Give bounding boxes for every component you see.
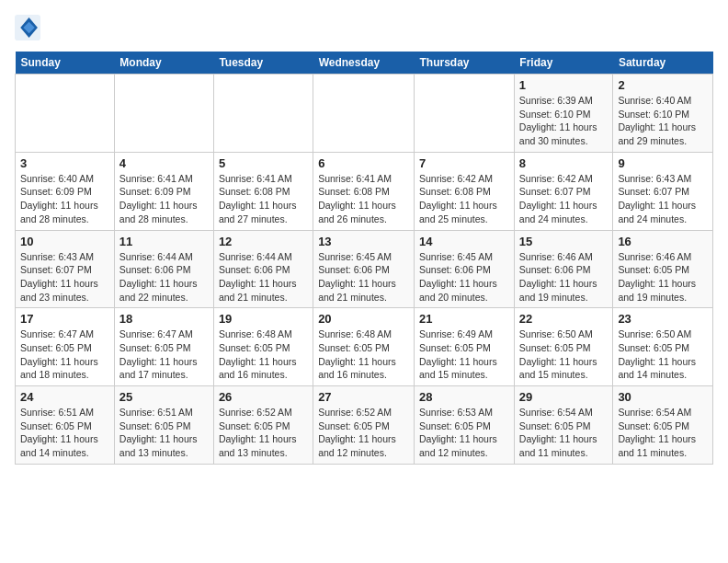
day-number: 3 (20, 156, 109, 170)
day-info: Sunrise: 6:40 AMSunset: 6:09 PMDaylight:… (20, 172, 109, 226)
day-info: Sunrise: 6:39 AMSunset: 6:10 PMDaylight:… (519, 94, 609, 148)
day-number: 12 (219, 235, 308, 248)
calendar-cell: 1Sunrise: 6:39 AMSunset: 6:10 PMDaylight… (514, 75, 613, 153)
calendar-cell: 5Sunrise: 6:41 AMSunset: 6:08 PMDaylight… (213, 152, 313, 230)
calendar-header-row: SundayMondayTuesdayWednesdayThursdayFrid… (16, 52, 713, 75)
day-info: Sunrise: 6:47 AMSunset: 6:05 PMDaylight:… (20, 327, 109, 382)
calendar-cell (415, 75, 515, 153)
calendar-cell: 10Sunrise: 6:43 AMSunset: 6:07 PMDayligh… (16, 230, 115, 308)
day-info: Sunrise: 6:49 AMSunset: 6:05 PMDaylight:… (419, 327, 509, 382)
calendar-cell: 27Sunrise: 6:52 AMSunset: 6:05 PMDayligh… (313, 386, 415, 465)
day-info: Sunrise: 6:52 AMSunset: 6:05 PMDaylight:… (318, 406, 409, 460)
calendar-week-2: 3Sunrise: 6:40 AMSunset: 6:09 PMDaylight… (16, 152, 713, 230)
calendar-cell: 23Sunrise: 6:50 AMSunset: 6:05 PMDayligh… (613, 308, 713, 386)
col-header-tuesday: Tuesday (213, 52, 313, 75)
calendar-week-1: 1Sunrise: 6:39 AMSunset: 6:10 PMDaylight… (16, 75, 713, 153)
day-number: 4 (119, 156, 209, 170)
day-number: 17 (20, 312, 109, 326)
calendar-cell: 22Sunrise: 6:50 AMSunset: 6:05 PMDayligh… (514, 308, 613, 386)
day-number: 21 (419, 312, 509, 326)
page-header (15, 15, 713, 40)
day-info: Sunrise: 6:45 AMSunset: 6:06 PMDaylight:… (318, 250, 409, 304)
col-header-monday: Monday (114, 52, 213, 75)
day-info: Sunrise: 6:53 AMSunset: 6:05 PMDaylight:… (419, 406, 509, 460)
day-number: 18 (119, 312, 209, 326)
day-info: Sunrise: 6:52 AMSunset: 6:05 PMDaylight:… (219, 406, 308, 460)
calendar-cell (114, 75, 213, 153)
calendar-week-3: 10Sunrise: 6:43 AMSunset: 6:07 PMDayligh… (16, 230, 713, 308)
col-header-friday: Friday (514, 52, 613, 75)
day-number: 22 (519, 312, 609, 326)
calendar-cell: 26Sunrise: 6:52 AMSunset: 6:05 PMDayligh… (213, 386, 313, 465)
col-header-thursday: Thursday (415, 52, 515, 75)
calendar-cell: 24Sunrise: 6:51 AMSunset: 6:05 PMDayligh… (16, 386, 115, 465)
day-number: 5 (219, 156, 308, 170)
calendar-cell: 9Sunrise: 6:43 AMSunset: 6:07 PMDaylight… (613, 152, 713, 230)
day-number: 20 (318, 312, 409, 326)
day-info: Sunrise: 6:41 AMSunset: 6:08 PMDaylight:… (219, 172, 308, 226)
day-number: 16 (618, 235, 708, 248)
calendar-cell: 2Sunrise: 6:40 AMSunset: 6:10 PMDaylight… (613, 75, 713, 153)
calendar-cell: 16Sunrise: 6:46 AMSunset: 6:05 PMDayligh… (613, 230, 713, 308)
day-info: Sunrise: 6:40 AMSunset: 6:10 PMDaylight:… (618, 94, 708, 148)
day-number: 24 (20, 390, 109, 404)
day-number: 28 (419, 390, 509, 404)
day-number: 14 (419, 235, 509, 248)
calendar-cell: 4Sunrise: 6:41 AMSunset: 6:09 PMDaylight… (114, 152, 213, 230)
col-header-sunday: Sunday (16, 52, 115, 75)
day-info: Sunrise: 6:48 AMSunset: 6:05 PMDaylight:… (219, 327, 308, 382)
calendar-cell: 7Sunrise: 6:42 AMSunset: 6:08 PMDaylight… (415, 152, 515, 230)
calendar-cell: 13Sunrise: 6:45 AMSunset: 6:06 PMDayligh… (313, 230, 415, 308)
calendar-cell: 3Sunrise: 6:40 AMSunset: 6:09 PMDaylight… (16, 152, 115, 230)
day-info: Sunrise: 6:41 AMSunset: 6:08 PMDaylight:… (318, 172, 409, 226)
day-info: Sunrise: 6:47 AMSunset: 6:05 PMDaylight:… (119, 327, 209, 382)
day-info: Sunrise: 6:43 AMSunset: 6:07 PMDaylight:… (618, 172, 708, 226)
day-info: Sunrise: 6:51 AMSunset: 6:05 PMDaylight:… (119, 406, 209, 460)
day-number: 25 (119, 390, 209, 404)
day-number: 10 (20, 235, 109, 248)
day-number: 7 (419, 156, 509, 170)
calendar-cell: 19Sunrise: 6:48 AMSunset: 6:05 PMDayligh… (213, 308, 313, 386)
day-number: 27 (318, 390, 409, 404)
calendar-cell: 28Sunrise: 6:53 AMSunset: 6:05 PMDayligh… (415, 386, 515, 465)
day-info: Sunrise: 6:42 AMSunset: 6:08 PMDaylight:… (419, 172, 509, 226)
day-number: 8 (519, 156, 609, 170)
calendar-cell: 15Sunrise: 6:46 AMSunset: 6:06 PMDayligh… (514, 230, 613, 308)
day-info: Sunrise: 6:45 AMSunset: 6:06 PMDaylight:… (419, 250, 509, 304)
day-info: Sunrise: 6:50 AMSunset: 6:05 PMDaylight:… (519, 327, 609, 382)
day-info: Sunrise: 6:54 AMSunset: 6:05 PMDaylight:… (519, 406, 609, 460)
calendar-cell: 8Sunrise: 6:42 AMSunset: 6:07 PMDaylight… (514, 152, 613, 230)
day-info: Sunrise: 6:54 AMSunset: 6:05 PMDaylight:… (618, 406, 708, 460)
day-number: 6 (318, 156, 409, 170)
day-info: Sunrise: 6:41 AMSunset: 6:09 PMDaylight:… (119, 172, 209, 226)
day-number: 13 (318, 235, 409, 248)
calendar-cell: 14Sunrise: 6:45 AMSunset: 6:06 PMDayligh… (415, 230, 515, 308)
day-number: 11 (119, 235, 209, 248)
day-number: 15 (519, 235, 609, 248)
day-number: 19 (219, 312, 308, 326)
calendar-cell: 12Sunrise: 6:44 AMSunset: 6:06 PMDayligh… (213, 230, 313, 308)
calendar-week-5: 24Sunrise: 6:51 AMSunset: 6:05 PMDayligh… (16, 386, 713, 465)
calendar-cell: 20Sunrise: 6:48 AMSunset: 6:05 PMDayligh… (313, 308, 415, 386)
col-header-wednesday: Wednesday (313, 52, 415, 75)
calendar-cell: 21Sunrise: 6:49 AMSunset: 6:05 PMDayligh… (415, 308, 515, 386)
day-info: Sunrise: 6:46 AMSunset: 6:06 PMDaylight:… (519, 250, 609, 304)
day-info: Sunrise: 6:44 AMSunset: 6:06 PMDaylight:… (119, 250, 209, 304)
calendar-cell (213, 75, 313, 153)
day-number: 26 (219, 390, 308, 404)
day-number: 23 (618, 312, 708, 326)
day-number: 30 (618, 390, 708, 404)
calendar-cell: 18Sunrise: 6:47 AMSunset: 6:05 PMDayligh… (114, 308, 213, 386)
day-info: Sunrise: 6:43 AMSunset: 6:07 PMDaylight:… (20, 250, 109, 304)
day-number: 29 (519, 390, 609, 404)
day-number: 9 (618, 156, 708, 170)
day-info: Sunrise: 6:50 AMSunset: 6:05 PMDaylight:… (618, 327, 708, 382)
day-info: Sunrise: 6:42 AMSunset: 6:07 PMDaylight:… (519, 172, 609, 226)
calendar-cell (16, 75, 115, 153)
logo (15, 15, 44, 40)
logo-icon (15, 15, 40, 40)
calendar-cell (313, 75, 415, 153)
calendar-cell: 11Sunrise: 6:44 AMSunset: 6:06 PMDayligh… (114, 230, 213, 308)
day-info: Sunrise: 6:48 AMSunset: 6:05 PMDaylight:… (318, 327, 409, 382)
calendar-cell: 25Sunrise: 6:51 AMSunset: 6:05 PMDayligh… (114, 386, 213, 465)
